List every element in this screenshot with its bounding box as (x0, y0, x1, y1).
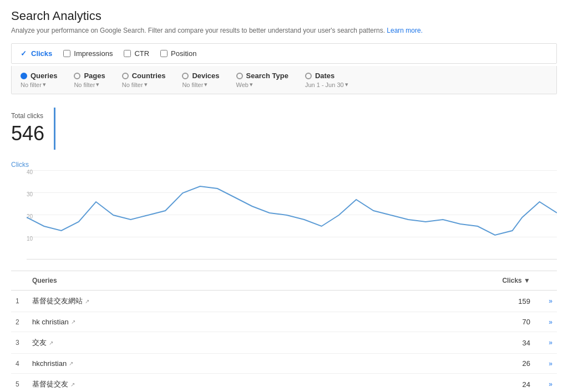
row-query: 基督徒交友 ↗ (32, 379, 475, 389)
row-number: 3 (16, 339, 32, 347)
table-row: 5 基督徒交友 ↗ 24 » (11, 374, 557, 392)
radio-pages (74, 73, 80, 79)
radio-devices (182, 73, 189, 79)
table-row: 4 hkchristian ↗ 26 » (11, 354, 557, 374)
stats-section: Total clicks 546 Clicks 40 30 20 10 (11, 103, 557, 259)
row-query: 交友 ↗ (32, 338, 475, 348)
col-clicks-header[interactable]: Clicks ▼ (475, 277, 530, 284)
table-row: 3 交友 ↗ 34 » (11, 332, 557, 354)
filter-clicks[interactable]: Clicks (21, 49, 52, 58)
table-row: 2 hk christian ↗ 70 » (11, 312, 557, 332)
external-link-icon[interactable]: ↗ (69, 360, 73, 366)
segment-queries[interactable]: Queries No filter ▾ (21, 72, 57, 88)
queries-table: Queries Clicks ▼ 1 基督徒交友網站 ↗ 159 » 2 hk … (11, 271, 557, 392)
row-expand[interactable]: » (530, 360, 552, 368)
external-link-icon[interactable]: ↗ (49, 340, 53, 346)
row-clicks: 70 (475, 318, 530, 326)
row-clicks: 34 (475, 339, 530, 347)
total-clicks-box: Total clicks 546 (11, 108, 55, 150)
chart-section: Clicks 40 30 20 10 (11, 161, 557, 259)
col-query-header: Queries (32, 277, 475, 284)
total-clicks-value: 546 (11, 122, 45, 145)
chart-label: Clicks (11, 161, 557, 169)
radio-dates (305, 73, 312, 79)
row-query: hk christian ↗ (32, 318, 475, 326)
page-title: Search Analytics (11, 9, 557, 23)
learn-more-link[interactable]: Learn more. (387, 27, 423, 34)
row-clicks: 159 (475, 297, 530, 306)
table-body: 1 基督徒交友網站 ↗ 159 » 2 hk christian ↗ 70 » … (11, 291, 557, 392)
table-header: Queries Clicks ▼ (11, 271, 557, 291)
external-link-icon[interactable]: ↗ (71, 319, 75, 325)
row-number: 2 (16, 318, 32, 326)
page-subtitle: Analyze your performance on Google Searc… (11, 27, 557, 34)
row-query: hkchristian ↗ (32, 359, 475, 368)
row-clicks: 24 (475, 380, 530, 389)
radio-search-type (236, 73, 243, 79)
segment-countries[interactable]: Countries No filter ▾ (122, 72, 166, 88)
segment-search-type[interactable]: Search Type Web ▾ (236, 72, 288, 88)
segment-dates[interactable]: Dates Jun 1 - Jun 30 ▾ (305, 72, 348, 88)
line-chart (27, 171, 557, 259)
row-number: 1 (16, 297, 32, 305)
filter-bar: Clicks Impressions CTR Position (11, 43, 557, 64)
row-clicks: 26 (475, 359, 530, 368)
chart-area: 40 30 20 10 (11, 171, 557, 259)
filter-ctr[interactable]: CTR (124, 49, 149, 58)
table-row: 1 基督徒交友網站 ↗ 159 » (11, 291, 557, 312)
total-clicks-label: Total clicks (11, 112, 45, 120)
radio-queries (21, 73, 27, 79)
row-number: 4 (16, 360, 32, 368)
row-expand[interactable]: » (530, 318, 552, 326)
row-expand[interactable]: » (530, 297, 552, 305)
filter-position[interactable]: Position (160, 49, 196, 58)
segment-pages[interactable]: Pages No filter ▾ (74, 72, 105, 88)
segment-bar: Queries No filter ▾ Pages No filter ▾ Co… (11, 66, 557, 94)
row-query: 基督徒交友網站 ↗ (32, 296, 475, 306)
segment-devices[interactable]: Devices No filter ▾ (182, 72, 219, 88)
external-link-icon[interactable]: ↗ (85, 298, 89, 304)
row-expand[interactable]: » (530, 339, 552, 347)
external-link-icon[interactable]: ↗ (70, 381, 75, 388)
row-number: 5 (16, 380, 32, 388)
row-expand[interactable]: » (530, 380, 552, 388)
radio-countries (122, 73, 129, 79)
filter-impressions[interactable]: Impressions (63, 49, 113, 58)
